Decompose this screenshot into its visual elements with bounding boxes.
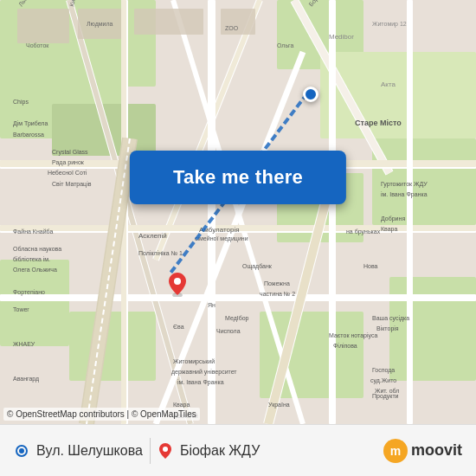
svg-point-101	[163, 447, 168, 452]
svg-text:Ощадбанк: Ощадбанк	[242, 263, 273, 270]
destination-pin	[169, 273, 186, 295]
svg-text:Вікторія: Вікторія	[376, 325, 399, 332]
from-pin-icon	[14, 443, 29, 459]
svg-text:Україна: Україна	[268, 402, 290, 408]
svg-rect-11	[389, 277, 476, 381]
svg-text:суд.Жито: суд.Жито	[370, 377, 396, 384]
svg-text:Добриня: Добриня	[381, 215, 405, 222]
svg-text:сімейної медицини: сімейної медицини	[195, 235, 248, 242]
moovit-m-icon: m	[383, 439, 408, 463]
svg-text:частина № 2: частина № 2	[260, 291, 295, 297]
svg-text:Medibor: Medibor	[329, 33, 354, 41]
svg-text:Ваша сусідка: Ваша сусідка	[372, 315, 409, 322]
svg-text:Старе Місто: Старе Місто	[355, 119, 402, 127]
svg-text:Chips: Chips	[13, 99, 29, 106]
svg-rect-37	[134, 9, 203, 35]
svg-text:Олега Ольжича: Олега Ольжича	[13, 267, 57, 273]
button-overlay: Take me there	[130, 151, 346, 204]
svg-text:Crystal Glass: Crystal Glass	[52, 149, 88, 156]
svg-text:Акта: Акта	[381, 80, 396, 88]
svg-text:Ян: Ян	[208, 302, 215, 308]
svg-rect-35	[17, 9, 69, 43]
svg-text:Рада ринок: Рада ринок	[52, 159, 85, 166]
svg-text:державний університет: державний університет	[171, 369, 237, 376]
to-pin-icon	[158, 443, 173, 459]
svg-text:Господа: Господа	[372, 367, 395, 374]
svg-text:Продукти: Продукти	[372, 393, 399, 400]
svg-text:Небесної Соті: Небесної Соті	[48, 170, 87, 176]
svg-text:Дім Трибела: Дім Трибела	[13, 120, 48, 127]
svg-point-98	[174, 278, 181, 285]
svg-text:Поліклінiка № 1: Поліклінiка № 1	[138, 250, 183, 256]
take-me-there-button[interactable]: Take me there	[130, 151, 346, 204]
svg-text:ім. Івана Франка: ім. Івана Франка	[381, 191, 428, 198]
svg-text:Файна Кнайба: Файна Кнайба	[13, 228, 53, 235]
svg-text:Житомир 12: Житомир 12	[372, 21, 407, 28]
svg-text:ім. Івана Франка: ім. Івана Франка	[177, 379, 224, 386]
from-location: Вул. Шелушкова	[14, 443, 143, 459]
svg-text:на бруньках: на бруньках	[346, 228, 381, 235]
svg-rect-7	[69, 312, 156, 381]
bottom-divider	[150, 438, 151, 464]
svg-text:Квара: Квара	[381, 226, 398, 233]
svg-text:Асклепій: Асклепій	[138, 232, 167, 240]
svg-text:Маєток нотаріуса: Маєток нотаріуса	[329, 332, 377, 339]
from-location-text: Вул. Шелушкова	[36, 443, 143, 459]
svg-text:Barbarossa: Barbarossa	[13, 132, 44, 138]
svg-text:Обласна наукова: Обласна наукова	[13, 246, 61, 253]
svg-text:Людмила: Людмила	[87, 21, 113, 28]
svg-text:Tower: Tower	[13, 306, 29, 312]
svg-text:ЖНАЕУ: ЖНАЕУ	[13, 341, 35, 347]
svg-text:Чиспола: Чиспола	[216, 328, 241, 334]
svg-text:МедIбор: МедIбор	[225, 315, 249, 322]
bottom-bar: Вул. Шелушкова Біофак ЖДУ m moovit	[0, 424, 476, 476]
svg-text:Нова: Нова	[363, 263, 378, 269]
svg-text:Ольга: Ольга	[277, 42, 293, 48]
svg-text:Філіпова: Філіпова	[333, 343, 357, 349]
svg-rect-24	[0, 294, 476, 301]
svg-text:бібліотека ім.: бібліотека ім.	[13, 256, 50, 262]
svg-rect-29	[407, 0, 413, 424]
svg-text:ZOO: ZOO	[225, 25, 239, 31]
svg-text:Фортепіано: Фортепіано	[13, 289, 45, 296]
to-location-text: Біофак ЖДУ	[180, 443, 260, 459]
moovit-logo: m moovit	[383, 439, 462, 463]
svg-text:Житомирський: Житомирський	[173, 358, 215, 365]
svg-text:Гуртожиток ЖДУ: Гуртожиток ЖДУ	[381, 181, 428, 188]
svg-rect-6	[0, 260, 69, 346]
map-attribution: © OpenStreetMap contributors | © OpenMap…	[3, 408, 200, 421]
svg-text:Чоботок: Чоботок	[26, 42, 49, 48]
map-container: Чоботок Людмила ZOO Ольга Medibor Житоми…	[0, 0, 476, 424]
svg-text:Авангард: Авангард	[13, 376, 39, 383]
moovit-brand-text: moovit	[411, 441, 462, 460]
svg-rect-28	[329, 0, 336, 424]
svg-text:Світ Матраців: Світ Матраців	[52, 181, 92, 188]
svg-point-100	[19, 448, 24, 453]
origin-pin	[303, 87, 318, 102]
svg-text:Пожежна: Пожежна	[264, 280, 290, 286]
svg-text:Єва: Єва	[173, 324, 184, 330]
to-location: Біофак ЖДУ	[158, 443, 260, 459]
